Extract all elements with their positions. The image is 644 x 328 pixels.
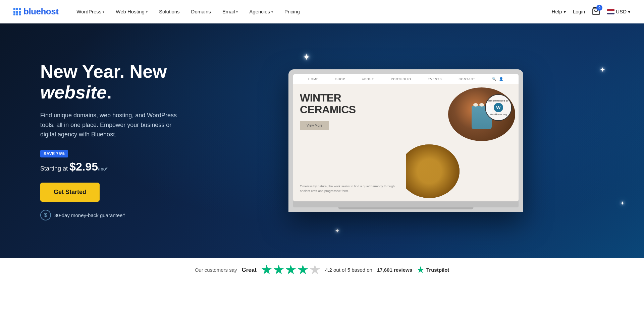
trustpilot-logo-icon: [417, 266, 424, 274]
sparkle-star-4: ✦: [335, 227, 340, 235]
laptop-left-column: WINTER CERAMICS View More Timeless by na…: [293, 84, 406, 201]
nav-currency-selector[interactable]: USD ▾: [607, 9, 631, 15]
trustpilot-star-1: [261, 265, 272, 275]
chevron-down-icon: ▾: [236, 10, 238, 14]
trustpilot-star-2: [273, 265, 284, 275]
laptop-site-content: WINTER CERAMICS View More Timeless by na…: [293, 84, 519, 201]
sparkle-star-3: ✦: [620, 200, 625, 206]
laptop-body: HOME SHOP ABOUT PORTFOLIO EVENTS CONTACT…: [288, 69, 523, 212]
nav-cart-button[interactable]: 0: [592, 7, 600, 17]
chevron-down-icon: ▾: [146, 10, 148, 14]
nav-item-pricing[interactable]: Pricing: [280, 6, 305, 17]
nav-login-button[interactable]: Login: [573, 9, 585, 14]
laptop-nav-about: ABOUT: [362, 77, 374, 81]
nav-right: Help ▾ Login 0 USD ▾: [552, 7, 631, 17]
hero-title: New Year. New website.: [40, 61, 208, 103]
hero-section: ✦ ✦ ✦ ✦ New Year. New website. Find uniq…: [0, 23, 644, 258]
trustpilot-stars: [261, 265, 320, 275]
trustpilot-star-5: [310, 265, 320, 275]
chevron-down-icon: ▾: [271, 10, 273, 14]
money-back-guarantee: $ 30-day money-back guarantee†: [40, 210, 208, 220]
laptop-nav-events: EVENTS: [428, 77, 442, 81]
laptop-site-nav: HOME SHOP ABOUT PORTFOLIO EVENTS CONTACT…: [293, 74, 519, 84]
laptop-nav-contact: CONTACT: [459, 77, 475, 81]
trustpilot-score: 4.2 out of 5 based on: [325, 267, 372, 273]
sparkle-star-1: ✦: [303, 52, 310, 63]
hero-content-left: New Year. New website. Find unique domai…: [40, 61, 208, 221]
chevron-down-icon: ▾: [103, 10, 104, 14]
laptop-nav-portfolio: PORTFOLIO: [391, 77, 411, 81]
trustpilot-star-4: [298, 265, 308, 275]
save-badge: SAVE 75%: [40, 150, 68, 157]
trustpilot-bar: Our customers say Great 4.2 out of 5 bas…: [0, 258, 644, 281]
nav-item-solutions[interactable]: Solutions: [154, 6, 184, 17]
our-customers-say: Our customers say: [195, 267, 237, 273]
product-description: Timeless by nature, the work seeks to fi…: [300, 184, 399, 194]
wordpress-logo: W: [494, 103, 503, 112]
nav-item-web-hosting[interactable]: Web Hosting ▾: [111, 6, 152, 17]
laptop-right-column: Recommended by W WordPress.org: [406, 84, 519, 201]
cart-badge: 0: [596, 5, 602, 11]
nav-item-email[interactable]: Email ▾: [218, 6, 243, 17]
view-more-button[interactable]: View More: [300, 121, 329, 130]
chevron-down-icon: ▾: [628, 9, 631, 15]
chevron-down-icon: ▾: [564, 9, 566, 15]
cookies-image: [406, 144, 460, 198]
search-icon: 🔍: [492, 77, 496, 81]
nav-item-agencies[interactable]: Agencies ▾: [245, 6, 278, 17]
user-icon: 👤: [499, 77, 503, 81]
nav-help[interactable]: Help ▾: [552, 9, 566, 15]
shield-icon: $: [40, 210, 51, 220]
brand-logo[interactable]: bluehost: [13, 6, 58, 17]
laptop-base: [293, 201, 519, 207]
nav-item-wordpress[interactable]: WordPress ▾: [72, 6, 109, 17]
wordpress-recommended-badge: Recommended by W WordPress.org: [485, 94, 512, 121]
trustpilot-star-3: [285, 265, 296, 275]
us-flag-icon: [607, 9, 614, 14]
price-line: Starting at $2.95/mo*: [40, 160, 208, 173]
laptop-nav-home: HOME: [308, 77, 319, 81]
get-started-button[interactable]: Get Started: [40, 183, 100, 202]
laptop-nav-icons: 🔍 👤: [492, 77, 503, 81]
brand-grid-icon: [13, 8, 21, 15]
brand-name: bluehost: [23, 6, 58, 17]
laptop-mockup: HOME SHOP ABOUT PORTFOLIO EVENTS CONTACT…: [288, 69, 523, 212]
product-title: WINTER CERAMICS: [300, 92, 399, 116]
hero-subtitle: Find unique domains, web hosting, and Wo…: [40, 111, 188, 139]
trustpilot-logo[interactable]: Trustpilot: [417, 266, 449, 274]
navbar: bluehost WordPress ▾ Web Hosting ▾ Solut…: [0, 0, 644, 23]
nav-item-domains[interactable]: Domains: [186, 6, 216, 17]
trustpilot-rating-word: Great: [242, 267, 257, 273]
laptop-nav-shop: SHOP: [335, 77, 345, 81]
laptop-screen: HOME SHOP ABOUT PORTFOLIO EVENTS CONTACT…: [293, 74, 519, 201]
trustpilot-review-count: 17,601 reviews: [377, 267, 412, 273]
hero-content-right: HOME SHOP ABOUT PORTFOLIO EVENTS CONTACT…: [208, 69, 604, 212]
nav-links: WordPress ▾ Web Hosting ▾ Solutions Doma…: [72, 6, 551, 17]
